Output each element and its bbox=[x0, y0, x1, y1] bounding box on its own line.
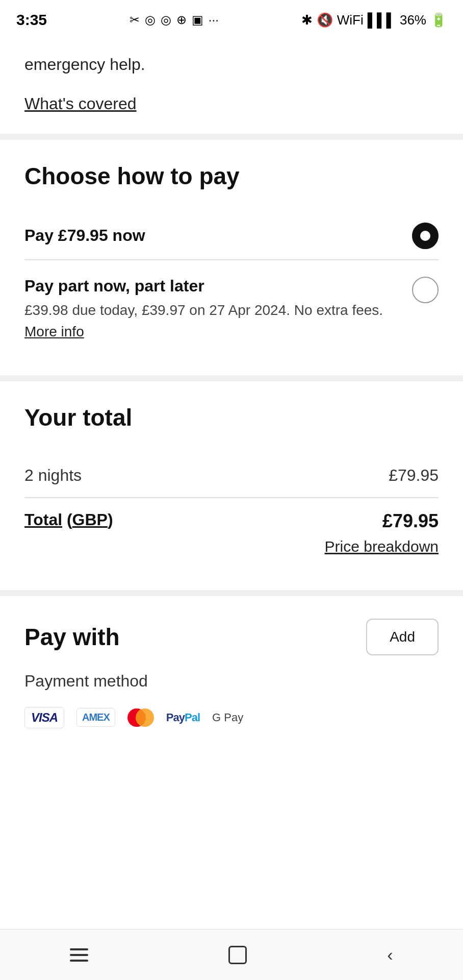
pay-now-radio[interactable] bbox=[412, 223, 439, 249]
total-value: £79.95 bbox=[382, 510, 439, 532]
app-icon-2: ◎ bbox=[145, 13, 156, 27]
your-total-title: Your total bbox=[24, 404, 439, 431]
wifi-icon: WiFi bbox=[337, 12, 364, 28]
pay-part-radio[interactable] bbox=[412, 277, 439, 303]
status-bar: 3:35 ✂ ◎ ◎ ⊕ ▣ ··· ✱ 🔇 WiFi ▌▌▌ 36% 🔋 bbox=[0, 0, 463, 37]
app-icon-4: ⊕ bbox=[176, 13, 187, 27]
more-info-link[interactable]: More info bbox=[24, 324, 84, 339]
total-label: Total (GBP) bbox=[24, 510, 113, 529]
bottom-spacer bbox=[0, 751, 463, 812]
bottom-nav-bar: ‹ bbox=[0, 929, 463, 980]
nights-row: 2 nights £79.95 bbox=[24, 454, 439, 497]
app-icon-5: ▣ bbox=[192, 13, 203, 27]
battery-icon: 🔋 bbox=[430, 12, 447, 28]
nights-label: 2 nights bbox=[24, 466, 82, 485]
pay-now-label: Pay £79.95 now bbox=[24, 226, 412, 245]
app-icon-3: ◎ bbox=[161, 13, 171, 27]
section-divider-1 bbox=[0, 134, 463, 140]
back-arrow-icon: ‹ bbox=[387, 945, 393, 965]
add-payment-button[interactable]: Add bbox=[366, 619, 439, 655]
battery-percent: 36% bbox=[400, 12, 426, 28]
pay-now-option[interactable]: Pay £79.95 now bbox=[24, 212, 439, 259]
pay-now-text: Pay £79.95 now bbox=[24, 226, 412, 245]
app-icon-6: ··· bbox=[209, 13, 219, 27]
status-time: 3:35 bbox=[16, 11, 47, 29]
paypal-icon: PayPal bbox=[166, 711, 200, 724]
mute-icon: 🔇 bbox=[317, 12, 333, 28]
signal-icon: ▌▌▌ bbox=[368, 12, 396, 28]
amex-icon: AMEX bbox=[76, 708, 115, 727]
nav-back-button[interactable]: ‹ bbox=[367, 940, 413, 970]
section-divider-3 bbox=[0, 590, 463, 596]
pay-part-subtext: £39.98 due today, £39.97 on 27 Apr 2024.… bbox=[24, 300, 412, 342]
total-final-row: Total (GBP) £79.95 Price breakdown bbox=[24, 498, 439, 568]
payment-icons-row: VISA AMEX PayPal G Pay bbox=[24, 707, 439, 728]
visa-icon: VISA bbox=[24, 707, 64, 728]
pay-with-section: Pay with Add Payment method VISA AMEX Pa… bbox=[0, 596, 463, 751]
your-total-section: Your total 2 nights £79.95 Total (GBP) £… bbox=[0, 381, 463, 590]
total-right: £79.95 Price breakdown bbox=[325, 510, 439, 555]
mastercard-icon bbox=[127, 708, 154, 727]
section-divider-2 bbox=[0, 375, 463, 381]
nights-value: £79.95 bbox=[389, 466, 439, 485]
status-app-icons: ✂ ◎ ◎ ⊕ ▣ ··· bbox=[130, 13, 219, 27]
pay-part-label: Pay part now, part later bbox=[24, 277, 412, 296]
mc-orange-circle bbox=[136, 708, 154, 727]
payment-method-label: Payment method bbox=[24, 672, 439, 691]
pay-part-option[interactable]: Pay part now, part later £39.98 due toda… bbox=[24, 260, 439, 353]
nav-home-button[interactable] bbox=[208, 941, 267, 969]
currency-label: GBP bbox=[72, 510, 108, 529]
pay-with-title: Pay with bbox=[24, 623, 120, 651]
pay-with-header: Pay with Add bbox=[24, 619, 439, 655]
price-breakdown-link[interactable]: Price breakdown bbox=[325, 538, 439, 555]
status-system-icons: ✱ 🔇 WiFi ▌▌▌ 36% 🔋 bbox=[301, 12, 447, 28]
gpay-icon: G Pay bbox=[212, 711, 243, 724]
nav-hamburger-button[interactable] bbox=[49, 943, 109, 967]
bluetooth-icon: ✱ bbox=[301, 12, 313, 28]
choose-how-to-pay-section: Choose how to pay Pay £79.95 now Pay par… bbox=[0, 140, 463, 375]
hamburger-icon bbox=[70, 948, 88, 962]
app-icon-1: ✂ bbox=[130, 13, 140, 27]
top-section: emergency help. What's covered bbox=[0, 37, 463, 134]
pay-part-text: Pay part now, part later £39.98 due toda… bbox=[24, 277, 412, 342]
whats-covered-link[interactable]: What's covered bbox=[24, 94, 137, 113]
emergency-text: emergency help. bbox=[24, 53, 439, 76]
square-icon bbox=[228, 946, 247, 964]
pay-section-title: Choose how to pay bbox=[24, 162, 439, 190]
